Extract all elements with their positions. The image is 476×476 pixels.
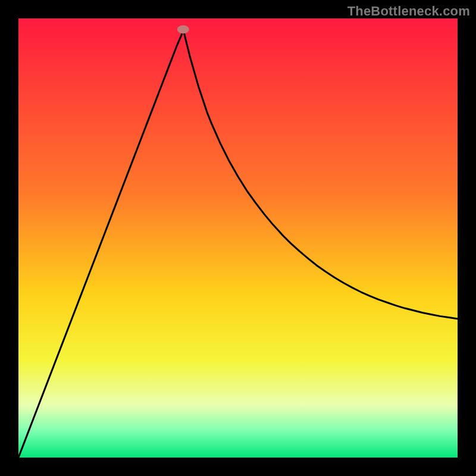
chart-frame: TheBottleneck.com bbox=[0, 0, 476, 476]
watermark-text: TheBottleneck.com bbox=[347, 4, 470, 19]
chart-svg bbox=[18, 18, 458, 458]
chart-background bbox=[18, 18, 458, 458]
optimal-marker bbox=[177, 25, 189, 33]
chart-plot-area bbox=[18, 18, 458, 458]
